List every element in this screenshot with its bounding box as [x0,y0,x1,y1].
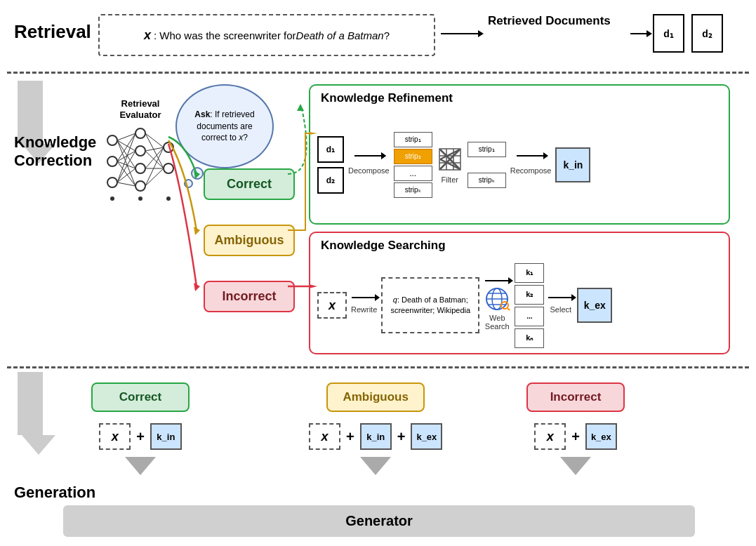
doc-box-d1: d₁ [653,14,684,53]
svg-point-4 [135,146,145,156]
web-search-label: WebSearch [485,314,510,331]
select-label: Select [550,305,572,314]
recompose-arrow [517,155,545,157]
generator-bar: Generator [63,505,695,537]
rewrite-label: Rewrite [351,305,377,314]
doc-boxes: d₁ d₂ [653,14,723,53]
svg-point-31 [166,197,171,201]
filtered-strip-k: stripₖ [467,173,506,188]
recompose-col: Recompose [510,155,552,175]
search-q-text: q: Death of a Batman;screenwriter; Wikip… [390,295,470,317]
refinement-box: Knowledge Refinement d₁ d₂ Decompose str… [309,84,730,225]
gen-incorrect-x: x [534,423,566,450]
gen-correct-plus: + [136,429,145,445]
correction-section: KnowledgeCorrection RetrievalEvaluator [7,77,749,358]
filtered-strip-1: strip₁ [467,142,506,157]
gen-ambiguous-plus1: + [346,429,354,445]
svg-point-6 [135,181,145,191]
searching-box: Knowledge Searching x Rewrite q: Death o… [309,232,730,354]
svg-line-18 [117,151,135,182]
evaluator-box: RetrievalEvaluator [98,98,183,210]
gen-ambiguous-plus2: + [397,429,406,445]
incorrect-outcome-btn[interactable]: Incorrect [204,281,295,312]
query-italic: Death of a Batman [296,29,384,41]
gen-card-incorrect: Incorrect x + k_ex [526,382,625,475]
gen-incorrect-label: Incorrect [526,382,625,412]
search-k-stack: k₁ k₂ ... kₙ [515,263,544,348]
doc-box-d2: d₂ [691,14,723,53]
search-kn: kₙ [515,328,544,348]
query-box: x : Who was the screenwriter for Death o… [98,14,435,56]
think-text: Ask: If retrieved documents are correct … [184,109,265,144]
k-in-box: k_in [555,147,590,182]
gen-ambiguous-x: x [309,423,340,450]
query-x-var: x [144,28,151,43]
svg-point-7 [164,142,173,152]
gen-correct-formula: x + k_in [91,423,190,450]
svg-line-47 [508,308,510,310]
strip-1: strip₁ [394,132,432,147]
neural-network-svg [102,123,179,207]
search-k1: k₁ [515,263,544,283]
gen-ambiguous-kex: k_ex [411,423,442,450]
ambiguous-label: Ambiguous [215,233,284,248]
ambiguous-outcome-btn[interactable]: Ambiguous [204,225,295,256]
decompose-label: Decompose [348,166,390,175]
web-search-arrow [485,280,510,281]
select-col: Select [548,297,573,314]
generation-arrow [18,372,55,455]
think-bubble: Ask: If retrieved documents are correct … [175,84,274,168]
gen-ambiguous-kin: k_in [360,423,392,450]
docs-arrow-head [646,30,652,37]
search-x-box: x [317,292,347,319]
svg-point-2 [107,178,117,187]
select-arrow-head [571,294,576,301]
svg-line-20 [117,182,135,186]
filter-icon [437,146,463,173]
gen-incorrect-formula: x + k_ex [526,423,625,450]
correct-label: Correct [227,177,272,192]
decompose-col: Decompose [348,155,390,175]
retrieved-docs-label: Retrieved Documents [488,14,611,28]
svg-line-11 [117,140,135,168]
retrieval-arrow-line [441,33,479,34]
correct-outcome-btn[interactable]: Correct [204,168,295,200]
decompose-arrow [354,155,383,157]
ref-doc-d2: d₂ [317,167,344,194]
gen-incorrect-down-arrow [560,457,591,475]
web-search-arrow-head [508,277,513,284]
svg-line-28 [145,168,164,186]
gen-correct-x: x [99,423,131,450]
strip-dots: ... [394,166,432,181]
divider-1 [7,72,749,74]
search-k2: k₂ [515,285,544,305]
rewrite-col: Rewrite [351,297,377,314]
query-end: ? [384,29,390,41]
svg-point-5 [135,164,145,173]
gen-card-ambiguous: Ambiguous x + k_in + k_ex [309,382,442,475]
strip-k: stripₖ [394,182,432,198]
gen-ambiguous-down-arrow [360,457,391,475]
web-search-col: WebSearch [484,280,510,331]
ref-doc-d1: d₁ [317,136,344,163]
gen-ambiguous-formula: x + k_in + k_ex [309,423,442,450]
gen-ambiguous-label: Ambiguous [326,382,425,412]
gen-correct-label: Correct [91,382,190,412]
recompose-label: Recompose [510,166,552,175]
svg-line-10 [117,140,135,151]
docs-arrow-line [630,33,648,34]
svg-point-30 [138,197,142,201]
gen-correct-down-arrow [125,457,156,475]
generation-arrow-shaft [18,372,43,435]
search-inner: x Rewrite q: Death of a Batman;screenwri… [317,260,724,351]
recompose-arrow-head [543,152,548,159]
correction-label: KnowledgeCorrection [14,133,84,171]
retrieval-arrow-head [478,30,484,37]
svg-line-21 [145,133,164,147]
gen-incorrect-kex: k_ex [585,423,617,450]
select-arrow [548,297,573,298]
refinement-title: Knowledge Refinement [321,91,453,105]
rewrite-arrow-head [375,294,380,301]
retrieval-arrow-area [441,33,479,34]
k-ex-box: k_ex [577,288,612,323]
